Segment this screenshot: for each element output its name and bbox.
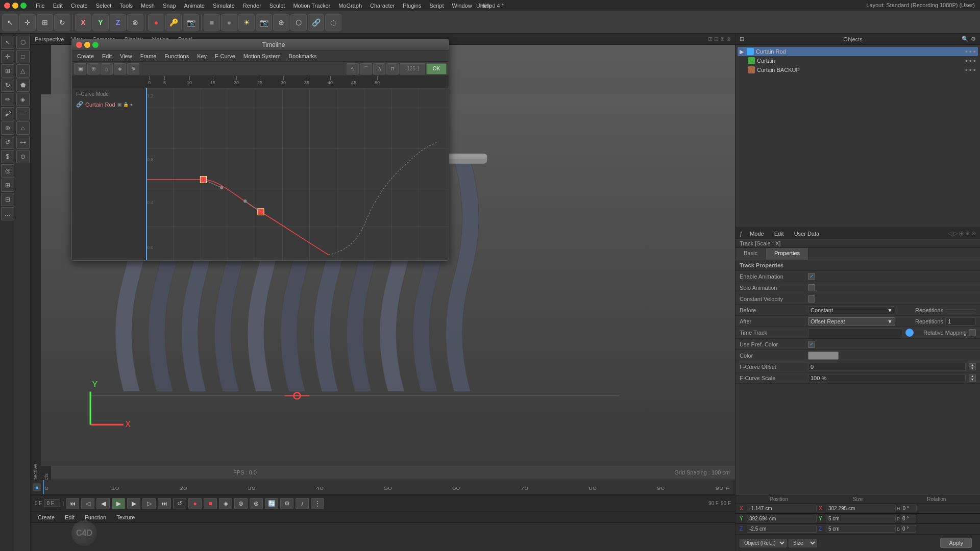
tl-menu-create[interactable]: Create	[74, 52, 97, 60]
time-track-btn[interactable]	[905, 329, 914, 337]
toolbar-scale[interactable]: ⊞	[37, 14, 53, 31]
menu-character[interactable]: Character	[367, 2, 398, 10]
tl-num[interactable]: -125.1	[400, 63, 425, 74]
bottom-timeline-strip[interactable]: ■ 0 10 20 30 40 50 60 70 80 90 90 F	[31, 480, 735, 495]
timeline-close[interactable]	[76, 42, 82, 48]
tl-menu-view[interactable]: View	[117, 52, 135, 60]
fcurve-offset-value[interactable]: 0	[808, 363, 966, 371]
toolbar-key[interactable]: 🔑	[165, 14, 182, 31]
toolbar-target[interactable]: ⊕	[273, 14, 289, 31]
menu-motion-tracker[interactable]: Motion Tracker	[290, 2, 333, 10]
menu-create[interactable]: Create	[68, 2, 91, 10]
prop-edit[interactable]: Edit	[771, 230, 787, 238]
tool-loop[interactable]: ↺	[1, 136, 14, 149]
menu-window[interactable]: Window	[449, 2, 475, 10]
p-input[interactable]	[901, 515, 916, 522]
const-vel-checkbox[interactable]	[808, 295, 815, 303]
menu-mograph[interactable]: MoGraph	[335, 2, 365, 10]
toolbar-rec[interactable]: ●	[148, 14, 164, 31]
tab-properties[interactable]: Properties	[766, 248, 808, 260]
before-dropdown[interactable]: Constant ▼	[808, 306, 895, 314]
maximize-button[interactable]	[20, 3, 27, 9]
viewport-mode[interactable]: Perspective	[35, 36, 64, 42]
menu-edit[interactable]: Edit	[50, 2, 66, 10]
scale-up[interactable]: ▲	[969, 374, 976, 378]
object-curtain-backup[interactable]: Curtain BACKUP ● ● ●	[738, 65, 978, 74]
transport-next[interactable]: ▶	[127, 498, 140, 509]
objects-search-icon[interactable]: 🔍	[962, 36, 969, 42]
toolbar-sphere[interactable]: ●	[221, 14, 237, 31]
tl-ok[interactable]: OK	[426, 63, 447, 74]
tl-curve-2[interactable]: ⌒	[360, 63, 372, 74]
track-curtain-rod[interactable]: 🔗 Curtain Rod ▣ 🔒 ●	[74, 100, 143, 109]
repetitions-after-value[interactable]: 1	[945, 317, 976, 325]
x-pos-input[interactable]: -1.147 cm	[747, 505, 817, 512]
close-button[interactable]	[4, 3, 10, 9]
menu-mesh[interactable]: Mesh	[138, 2, 158, 10]
transport-prev[interactable]: ◀	[96, 498, 110, 509]
after-dropdown[interactable]: Offset Repeat ▼	[808, 317, 895, 325]
menu-plugins[interactable]: Plugins	[400, 2, 424, 10]
tool2-i[interactable]: ⊙	[16, 150, 30, 163]
enable-anim-checkbox[interactable]: ✓	[808, 273, 815, 280]
tool-paint[interactable]: 🖌	[1, 107, 14, 120]
transport-settings[interactable]: ⚙	[280, 498, 293, 509]
tl-icon-2[interactable]: ⊞	[87, 63, 100, 74]
object-curtain-rod[interactable]: ▶ Curtain Rod ● ● ●	[738, 47, 978, 56]
toolbar-rotate[interactable]: ↻	[54, 14, 70, 31]
transport-prev-frame[interactable]: ◁	[81, 498, 94, 509]
z-pos-input[interactable]: -2.5 cm	[747, 525, 817, 533]
timeline-graph[interactable]: 1.2 0.8 0.4 0.0	[146, 88, 449, 260]
toolbar-cam[interactable]: 📷	[256, 14, 272, 31]
transport-stop[interactable]: ■	[204, 498, 217, 509]
transport-loop[interactable]: ↺	[173, 498, 186, 509]
transport-motion[interactable]: 🔄	[265, 498, 278, 509]
tool-layers[interactable]: ⊟	[1, 193, 14, 206]
menu-sculpt[interactable]: Sculpt	[266, 2, 288, 10]
object-curtain[interactable]: Curtain ● ● ●	[738, 56, 978, 65]
toolbar-bones[interactable]: 🔗	[308, 14, 324, 31]
tool2-d[interactable]: ⬟	[16, 79, 30, 92]
b-input[interactable]	[901, 525, 916, 533]
prop-mode[interactable]: Mode	[747, 230, 767, 238]
repetitions-before-value[interactable]	[945, 309, 976, 311]
tool2-a[interactable]: ⬡	[16, 36, 30, 49]
toolbar-anim[interactable]: 📷	[183, 14, 199, 31]
mat-texture[interactable]: Texture	[113, 513, 138, 521]
relative-mapping-checkbox[interactable]	[969, 329, 976, 336]
objects-settings-icon[interactable]: ⚙	[971, 36, 976, 42]
transport-next-frame[interactable]: ▷	[142, 498, 156, 509]
y-size-input[interactable]: 5 cm	[826, 515, 896, 522]
timeline-strip-indicator[interactable]: ■	[33, 483, 41, 491]
menu-tools[interactable]: Tools	[116, 2, 136, 10]
apply-button[interactable]: Apply	[940, 538, 972, 548]
x-size-input[interactable]: 302.295 cm	[826, 505, 896, 512]
viewport-3d[interactable]: Perspective View Cameras Display Motion …	[31, 34, 735, 495]
toolbar-select[interactable]: ↖	[2, 14, 18, 31]
menu-render[interactable]: Render	[240, 2, 264, 10]
tl-menu-key[interactable]: Key	[194, 52, 210, 60]
tl-menu-functions[interactable]: Functions	[161, 52, 192, 60]
mat-create[interactable]: Create	[35, 513, 58, 521]
minimize-button[interactable]	[12, 3, 18, 9]
menu-snap[interactable]: Snap	[160, 2, 179, 10]
tool2-g[interactable]: ⌂	[16, 121, 30, 135]
h-input[interactable]	[901, 505, 917, 512]
viewport-controls[interactable]: ⊞ ⊟ ⊕ ⊗	[708, 36, 731, 42]
transport-play[interactable]: ▶	[112, 498, 125, 509]
tool-select[interactable]: ↖	[1, 36, 14, 49]
tl-menu-bookmarks[interactable]: Bookmarks	[286, 52, 320, 60]
size-mode-select[interactable]: Size Scale	[789, 539, 817, 547]
tl-icon-5[interactable]: ⊕	[127, 63, 139, 74]
tool-rotate[interactable]: ↻	[1, 79, 14, 92]
toolbar-x[interactable]: X	[75, 14, 91, 31]
transport-marker3[interactable]: ⊛	[250, 498, 263, 509]
tl-curve-1[interactable]: ∿	[347, 63, 359, 74]
menu-animate[interactable]: Animate	[181, 2, 208, 10]
menu-simulate[interactable]: Simulate	[210, 2, 238, 10]
time-track-field[interactable]	[808, 328, 902, 337]
coord-mode-select[interactable]: Object (Rel...) World	[740, 539, 787, 547]
timeline-min[interactable]	[84, 42, 90, 48]
tool-grid[interactable]: ⊞	[1, 179, 14, 192]
tab-basic[interactable]: Basic	[736, 248, 766, 260]
